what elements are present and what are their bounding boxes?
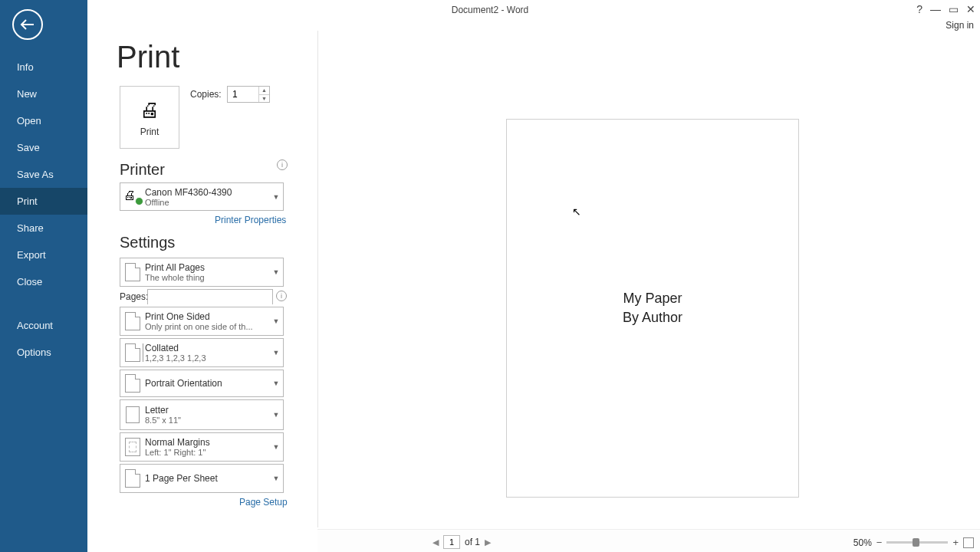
sheet-icon (125, 469, 140, 488)
nav-share[interactable]: Share (0, 215, 87, 242)
printer-info-icon[interactable]: i (277, 159, 288, 170)
back-button[interactable] (12, 9, 43, 40)
copies-input[interactable] (228, 87, 258, 102)
collation-sub: 1,2,3 1,2,3 1,2,3 (145, 353, 269, 363)
chevron-down-icon: ▼ (269, 475, 283, 482)
copies-down-icon[interactable]: ▼ (258, 95, 269, 103)
printer-heading: Printer (120, 161, 165, 179)
nav-print[interactable]: Print (0, 188, 87, 215)
preview-title: My Paper (623, 291, 682, 307)
paper-title: Letter (145, 405, 269, 416)
copies-up-icon[interactable]: ▲ (258, 87, 269, 95)
page-title: Print (117, 40, 179, 74)
backstage-sidebar: Info New Open Save Save As Print Share E… (0, 0, 87, 552)
chevron-down-icon: ▼ (269, 193, 283, 201)
nav-export[interactable]: Export (0, 242, 87, 268)
pages-info-icon[interactable]: i (276, 291, 287, 301)
nav-save-as[interactable]: Save As (0, 161, 87, 188)
pages-input[interactable] (148, 291, 272, 304)
print-what-title: Print All Pages (145, 262, 269, 273)
nav-new[interactable]: New (0, 80, 87, 107)
orientation-title: Portrait Orientation (145, 378, 269, 389)
print-preview: My Paper By Author (506, 119, 799, 498)
chevron-down-icon: ▼ (269, 268, 283, 276)
margins-title: Normal Margins (145, 437, 269, 448)
printer-dropdown[interactable]: Canon MF4360-4390 Offline ▼ (120, 182, 284, 211)
settings-heading: Settings (120, 234, 175, 251)
collate-icon (125, 343, 140, 362)
zoom-slider[interactable] (886, 541, 948, 544)
page-total-label: of 1 (465, 537, 480, 547)
document-icon (125, 263, 140, 281)
next-page-icon[interactable]: ▶ (485, 537, 491, 547)
print-what-dropdown[interactable]: Print All Pages The whole thing ▼ (120, 258, 284, 287)
chevron-down-icon: ▼ (269, 443, 283, 451)
copies-label: Copies: (190, 89, 222, 100)
printer-status-icon (123, 190, 142, 204)
preview-author: By Author (623, 310, 682, 326)
print-button[interactable]: 🖨 Print (120, 86, 179, 149)
sides-dropdown[interactable]: Print One Sided Only print on one side o… (120, 307, 284, 336)
collation-dropdown[interactable]: Collated 1,2,3 1,2,3 1,2,3 ▼ (120, 338, 284, 367)
printer-name: Canon MF4360-4390 (145, 187, 269, 198)
collation-title: Collated (145, 343, 269, 353)
printer-properties-link[interactable]: Printer Properties (215, 215, 286, 225)
pages-per-sheet-dropdown[interactable]: 1 Page Per Sheet ▼ (120, 464, 284, 493)
chevron-down-icon: ▼ (269, 380, 283, 387)
print-button-label: Print (140, 127, 159, 137)
margins-icon (125, 438, 140, 456)
margins-sub: Left: 1" Right: 1" (145, 448, 269, 457)
nav-info[interactable]: Info (0, 54, 87, 80)
nav-close[interactable]: Close (0, 268, 87, 295)
margins-dropdown[interactable]: Normal Margins Left: 1" Right: 1" ▼ (120, 432, 284, 462)
nav-open[interactable]: Open (0, 107, 87, 134)
portrait-icon (125, 374, 140, 393)
zoom-out-icon[interactable]: − (876, 537, 883, 548)
printer-status: Offline (145, 198, 269, 207)
zoom-in-icon[interactable]: + (952, 537, 959, 548)
chevron-down-icon: ▼ (269, 349, 283, 356)
nav-save[interactable]: Save (0, 134, 87, 161)
zoom-percent: 50% (853, 537, 872, 548)
print-what-sub: The whole thing (145, 273, 269, 282)
page-icon (125, 312, 140, 330)
prev-page-icon[interactable]: ◀ (432, 537, 439, 547)
page-setup-link[interactable]: Page Setup (239, 497, 288, 508)
pages-per-sheet-title: 1 Page Per Sheet (145, 473, 269, 484)
chevron-down-icon: ▼ (269, 411, 283, 419)
fit-page-icon[interactable] (963, 537, 974, 548)
paper-dropdown[interactable]: Letter 8.5" x 11" ▼ (120, 399, 284, 430)
printer-icon: 🖨 (140, 98, 159, 122)
nav-options[interactable]: Options (0, 339, 87, 366)
sides-title: Print One Sided (145, 311, 269, 322)
sides-sub: Only print on one side of th... (145, 322, 269, 331)
cursor-icon: ↖ (572, 205, 581, 218)
page-number-input[interactable] (443, 535, 460, 549)
nav-account[interactable]: Account (0, 312, 87, 339)
paper-icon (126, 406, 140, 423)
pages-label: Pages: (120, 291, 148, 302)
paper-sub: 8.5" x 11" (145, 416, 269, 425)
chevron-down-icon: ▼ (269, 317, 283, 325)
divider (317, 31, 318, 527)
orientation-dropdown[interactable]: Portrait Orientation ▼ (120, 370, 284, 397)
